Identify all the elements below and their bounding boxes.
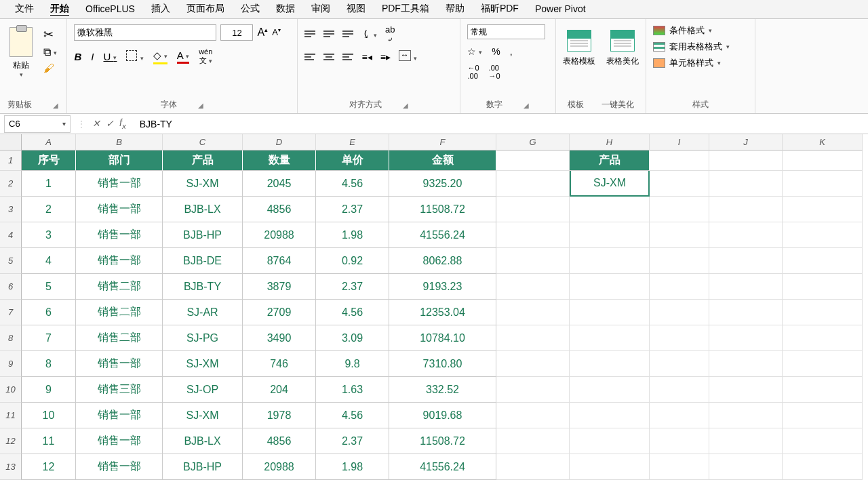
cell[interactable]	[783, 197, 863, 222]
cell[interactable]: 11508.72	[389, 428, 496, 454]
row-header[interactable]: 12	[0, 428, 22, 454]
cell[interactable]: SJ-AR	[163, 300, 243, 325]
cell[interactable]: 8062.88	[389, 248, 496, 274]
orientation-button[interactable]: ⤹ ▾	[361, 28, 376, 41]
cell[interactable]: SJ-OP	[163, 377, 243, 403]
cell[interactable]: SJ-XM	[163, 351, 243, 377]
row-header[interactable]: 3	[0, 197, 22, 222]
cell[interactable]: BJB-TY	[163, 274, 243, 300]
cell[interactable]	[570, 325, 650, 351]
cell[interactable]: 10784.10	[389, 325, 496, 351]
cell[interactable]: 金额	[389, 150, 496, 171]
col-header-a[interactable]: A	[22, 134, 76, 150]
menu-view[interactable]: 视图	[338, 0, 374, 19]
row-header[interactable]: 1	[0, 150, 22, 171]
cell[interactable]	[783, 222, 863, 248]
cell[interactable]: 1.63	[316, 377, 389, 403]
cell[interactable]	[650, 454, 709, 480]
cell[interactable]: 3879	[243, 274, 316, 300]
font-increase-button[interactable]: A▴	[257, 26, 268, 39]
clipboard-dialog-launcher[interactable]: ◢	[52, 102, 59, 108]
align-top-button[interactable]	[304, 31, 315, 37]
cell[interactable]: 销售一部	[76, 197, 163, 222]
cell[interactable]	[709, 150, 783, 171]
number-dialog-launcher[interactable]: ◢	[523, 102, 530, 108]
col-header-c[interactable]: C	[163, 134, 243, 150]
cell[interactable]: SJ-XM	[163, 171, 243, 197]
border-button[interactable]: ▾	[126, 50, 143, 63]
table-format-button[interactable]: 套用表格格式 ▾	[653, 41, 730, 53]
italic-button[interactable]: I	[91, 51, 94, 62]
cell[interactable]	[650, 222, 709, 248]
align-left-button[interactable]	[304, 54, 315, 60]
cell[interactable]: SJ-XM	[163, 403, 243, 428]
cell[interactable]	[496, 377, 570, 403]
cell[interactable]: 12353.04	[389, 300, 496, 325]
col-header-b[interactable]: B	[76, 134, 163, 150]
cell[interactable]	[650, 150, 709, 171]
row-header[interactable]: 8	[0, 325, 22, 351]
decrease-indent-button[interactable]: ≡◂	[361, 52, 372, 62]
cell[interactable]	[650, 300, 709, 325]
cell[interactable]	[570, 403, 650, 428]
cell[interactable]	[496, 274, 570, 300]
cell[interactable]: 4.56	[316, 300, 389, 325]
cell[interactable]: 销售一部	[76, 428, 163, 454]
cell[interactable]	[570, 222, 650, 248]
cell[interactable]	[570, 454, 650, 480]
formula-input[interactable]	[133, 115, 868, 133]
row-header[interactable]: 2	[0, 171, 22, 197]
cell[interactable]	[650, 403, 709, 428]
comma-button[interactable]: ,	[510, 46, 513, 57]
cell[interactable]: 9	[22, 377, 76, 403]
row-header[interactable]: 11	[0, 403, 22, 428]
cell[interactable]: 3.09	[316, 325, 389, 351]
cell[interactable]	[650, 351, 709, 377]
increase-indent-button[interactable]: ≡▸	[380, 52, 391, 62]
cell[interactable]	[709, 351, 783, 377]
cell[interactable]	[650, 377, 709, 403]
cell[interactable]: 41556.24	[389, 222, 496, 248]
confirm-formula-button[interactable]: ✓	[106, 118, 114, 129]
table-beautify-button[interactable]: 表格美化	[606, 24, 639, 67]
cell[interactable]	[783, 351, 863, 377]
cell[interactable]: 销售一部	[76, 454, 163, 480]
cell[interactable]: 销售二部	[76, 325, 163, 351]
cell[interactable]	[570, 300, 650, 325]
cell[interactable]	[496, 351, 570, 377]
cell[interactable]: 0.92	[316, 248, 389, 274]
row-header[interactable]: 9	[0, 351, 22, 377]
cell[interactable]: BJB-HP	[163, 454, 243, 480]
cell[interactable]	[783, 150, 863, 171]
bold-button[interactable]: B	[74, 51, 81, 62]
font-color-button[interactable]: A ▾	[177, 49, 189, 64]
cell[interactable]	[709, 248, 783, 274]
cell[interactable]	[650, 248, 709, 274]
menu-data[interactable]: 数据	[268, 0, 303, 19]
cell[interactable]: 5	[22, 274, 76, 300]
cell[interactable]: 332.52	[389, 377, 496, 403]
name-box[interactable]: C6▾	[4, 115, 71, 133]
cell[interactable]	[496, 197, 570, 222]
menu-pagelayout[interactable]: 页面布局	[178, 0, 233, 19]
cell[interactable]: 7	[22, 325, 76, 351]
cell[interactable]: 204	[243, 377, 316, 403]
cell[interactable]: 9.8	[316, 351, 389, 377]
merge-button[interactable]: ▾	[399, 50, 417, 63]
menu-insert[interactable]: 插入	[143, 0, 178, 19]
cell[interactable]	[709, 428, 783, 454]
underline-button[interactable]: U ▾	[103, 51, 117, 62]
cell[interactable]	[570, 274, 650, 300]
cell[interactable]: 产品	[570, 150, 650, 171]
number-format-select[interactable]	[467, 24, 545, 39]
cell[interactable]: 6	[22, 300, 76, 325]
cell[interactable]: 8	[22, 351, 76, 377]
menu-powerpivot[interactable]: Power Pivot	[527, 1, 594, 18]
cell[interactable]	[783, 377, 863, 403]
menu-formula[interactable]: 公式	[233, 0, 268, 19]
col-header-e[interactable]: E	[316, 134, 389, 150]
cell[interactable]: 销售一部	[76, 403, 163, 428]
font-dialog-launcher[interactable]: ◢	[197, 102, 204, 108]
row-header[interactable]: 10	[0, 377, 22, 403]
cell[interactable]	[496, 403, 570, 428]
